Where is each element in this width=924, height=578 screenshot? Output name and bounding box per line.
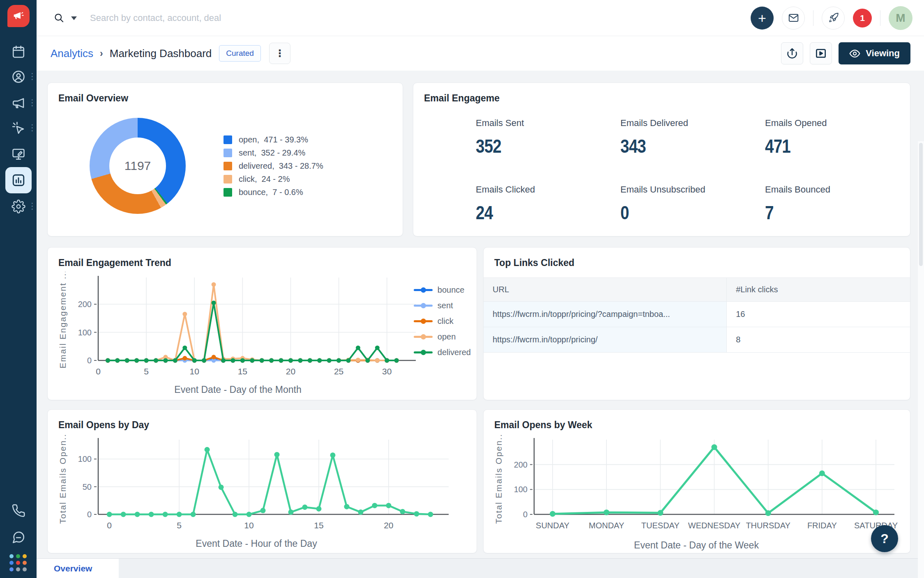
app-window: ⋮ ⋮ ⋮ ⋮	[0, 0, 924, 578]
svg-text:Total Emails Open...: Total Emails Open...	[58, 434, 67, 524]
sidebar-kebab-contacts[interactable]: ⋮	[28, 69, 35, 84]
trend-legend-item-sent[interactable]: sent	[414, 301, 471, 310]
sidebar-item-contacts[interactable]	[11, 69, 26, 85]
phone-icon	[12, 504, 25, 518]
table-row[interactable]: https://fwcrm.in/toppr/pricing/?campaign…	[484, 302, 910, 327]
help-button[interactable]: ?	[871, 525, 898, 552]
svg-text:15: 15	[314, 521, 323, 530]
dashboard-menu-button[interactable]: ⋮	[269, 43, 290, 64]
stat-label: Emails Opened	[765, 118, 910, 128]
breadcrumb-analytics-link[interactable]: Analytics	[51, 47, 93, 60]
megaphone-icon	[12, 96, 25, 110]
svg-text:FRIDAY: FRIDAY	[807, 521, 837, 530]
sidebar-kebab-automation[interactable]: ⋮	[28, 120, 35, 135]
email-overview-donut-chart: 1197	[90, 118, 186, 214]
tab-overview[interactable]: Overview	[37, 559, 119, 578]
app-logo[interactable]	[7, 5, 30, 27]
legend-label: click, 24 - 2%	[239, 174, 290, 184]
sidebar-item-settings[interactable]	[11, 199, 26, 214]
export-button[interactable]	[781, 42, 803, 64]
legend-label: open, 471 - 39.3%	[239, 135, 308, 144]
stat-label: Emails Delivered	[620, 118, 765, 128]
svg-text:100: 100	[78, 328, 92, 337]
legend-line	[414, 305, 433, 307]
sidebar-kebab-settings[interactable]: ⋮	[28, 199, 35, 213]
trend-legend-item-bounce[interactable]: bounce	[414, 285, 471, 295]
stat-value: 24	[476, 202, 493, 224]
top-bar: + 1 M	[37, 0, 924, 36]
sidebar-item-chat[interactable]	[11, 530, 26, 545]
legend-line	[414, 351, 433, 353]
apps-grid-icon[interactable]	[9, 554, 28, 572]
stat-label: Emails Clicked	[476, 184, 620, 195]
trend-legend: bouncesentclickopendelivered	[414, 285, 471, 357]
stat-label: Emails Bounced	[765, 184, 910, 195]
svg-text:0: 0	[87, 356, 92, 365]
envelope-icon	[788, 12, 799, 23]
legend-line	[414, 336, 433, 338]
email-button[interactable]	[782, 7, 805, 30]
svg-text:Email Engagement ...: Email Engagement ...	[58, 272, 67, 368]
vertical-scrollbar[interactable]	[918, 141, 924, 578]
stat-emails-opened: Emails Opened471	[765, 118, 910, 157]
user-avatar[interactable]: M	[889, 6, 912, 30]
main-area: + 1 M	[37, 0, 924, 578]
top-links-card: Top Links Clicked URL#Link clicks https:…	[483, 247, 910, 400]
svg-text:Total Emails Open...: Total Emails Open...	[494, 434, 503, 524]
sidebar-kebab-campaigns[interactable]: ⋮	[28, 95, 35, 110]
stat-emails-clicked: Emails Clicked24	[476, 184, 620, 224]
viewing-button[interactable]: Viewing	[839, 42, 910, 64]
sidebar-item-campaigns[interactable]	[11, 95, 26, 111]
engagement-stats: Emails Sent352Emails Delivered343Emails …	[413, 118, 910, 224]
topbar-actions: + 1 M	[751, 6, 912, 30]
whats-new-button[interactable]	[822, 7, 845, 30]
card-title: Email Opens by Week	[484, 410, 910, 431]
opens-by-day-line-chart: 05010005101520Total Emails Open...	[55, 434, 477, 537]
legend-label: bounce, 7 - 0.6%	[239, 188, 303, 197]
stat-emails-bounced: Emails Bounced7	[765, 184, 910, 224]
trend-legend-item-click[interactable]: click	[414, 317, 471, 326]
sidebar-item-automation[interactable]	[11, 120, 26, 136]
donut-legend-item: delivered, 343 - 28.7%	[224, 161, 323, 171]
bar-chart-icon	[11, 173, 26, 188]
contact-person-icon	[12, 70, 25, 84]
stat-value: 7	[765, 202, 774, 224]
dashboard-content: Email Overview 1197 open, 471 - 39.3%sen…	[37, 71, 924, 558]
bottom-tab-bar: Overview	[37, 558, 924, 578]
sidebar-item-phone[interactable]	[11, 503, 26, 518]
trend-legend-item-delivered[interactable]: delivered	[414, 348, 471, 357]
opens-by-week-line-chart: 0100200SUNDAYMONDAYTUESDAYWEDNESDAYTHURS…	[491, 434, 910, 539]
svg-text:0: 0	[523, 510, 528, 519]
search-input[interactable]	[90, 13, 345, 23]
quick-add-button[interactable]: +	[751, 7, 774, 30]
search-scope-caret[interactable]	[71, 16, 77, 20]
svg-text:50: 50	[83, 482, 92, 491]
legend-line	[414, 320, 433, 322]
column-header: URL	[484, 278, 727, 302]
trend-legend-item-open[interactable]: open	[414, 332, 471, 342]
svg-text:20: 20	[286, 367, 295, 376]
stat-value: 0	[620, 202, 629, 224]
donut-legend-item: open, 471 - 39.3%	[224, 135, 323, 144]
url-cell: https://fwcrm.in/toppr/pricing/?campaign…	[484, 302, 727, 327]
notification-badge[interactable]: 1	[853, 9, 872, 28]
card-title: Email Opens by Day	[48, 410, 477, 431]
legend-swatch	[224, 188, 232, 197]
svg-text:0: 0	[107, 521, 112, 530]
sidebar-item-calendar[interactable]	[11, 44, 26, 60]
megaphone-logo-icon	[12, 9, 25, 23]
present-button[interactable]	[810, 42, 832, 64]
clicks-cell: 16	[727, 302, 910, 327]
stat-emails-sent: Emails Sent352	[476, 118, 620, 157]
sidebar-item-analytics[interactable]	[5, 167, 32, 193]
legend-label: delivered	[438, 348, 471, 357]
legend-swatch	[224, 135, 232, 144]
sidebar-item-landing-pages[interactable]	[11, 146, 26, 162]
table-row[interactable]: https://fwcrm.in/toppr/pricing/8	[484, 327, 910, 353]
legend-swatch	[224, 149, 232, 157]
search-icon[interactable]	[53, 12, 65, 23]
legend-line	[414, 289, 433, 291]
legend-label: sent, 352 - 29.4%	[239, 148, 305, 158]
chat-bubble-icon	[12, 530, 25, 544]
stat-value: 471	[765, 135, 790, 157]
